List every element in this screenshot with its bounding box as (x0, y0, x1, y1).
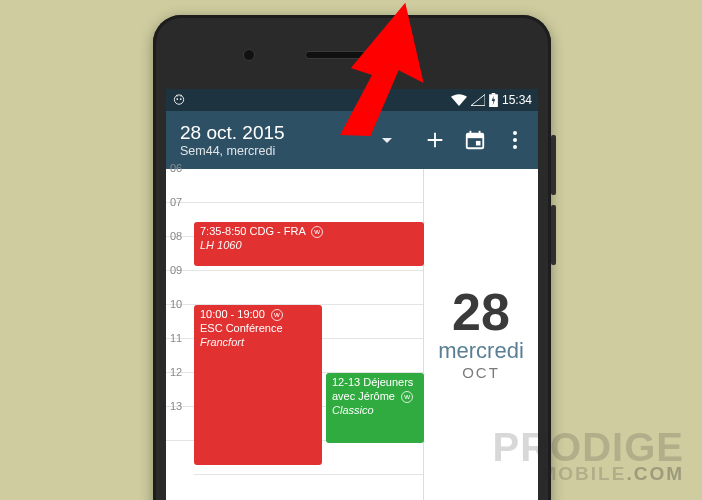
hour-label: 08 (170, 230, 182, 242)
svg-rect-9 (476, 141, 481, 146)
hour-label: 09 (170, 264, 182, 276)
event-time: 12-13 (332, 376, 360, 388)
status-time: 15:34 (502, 93, 532, 107)
svg-rect-4 (492, 93, 496, 95)
volume-up-button (551, 135, 556, 195)
svg-marker-10 (323, 2, 430, 140)
svg-point-2 (180, 98, 182, 100)
event-location: Classico (332, 404, 418, 418)
watermark: PRODIGE MOBILE.COM (493, 429, 684, 482)
sync-icon: w (311, 226, 323, 238)
event-title: ESC Conférence (200, 322, 316, 336)
hour-gutter: 0607080910111213 (166, 169, 194, 500)
calendar-event[interactable]: 12-13 Déjeuners avec Jérôme wClassico (326, 373, 424, 443)
svg-rect-6 (467, 134, 484, 139)
event-time: 10:00 - 19:00 (200, 308, 265, 320)
sync-icon: w (271, 309, 283, 321)
event-time-suffix: CDG - FRA (250, 225, 306, 237)
annotation-arrow (277, 0, 468, 175)
watermark-line2a: MOBILE (541, 463, 627, 484)
hour-label: 13 (170, 400, 182, 412)
svg-rect-8 (479, 131, 481, 136)
event-location: Francfort (200, 336, 316, 350)
event-title: LH 1060 (200, 239, 418, 253)
sync-icon: w (401, 391, 413, 403)
hour-label: 10 (170, 298, 182, 310)
watermark-line1: PRODIGE (493, 429, 684, 465)
svg-point-1 (176, 98, 178, 100)
agenda-day-number: 28 (424, 289, 538, 336)
calendar-view: 0607080910111213 7:35-8:50 CDG - FRA wLH… (166, 169, 538, 500)
svg-point-0 (174, 94, 183, 103)
overflow-menu-button[interactable] (502, 127, 528, 153)
watermark-line2b: .COM (626, 463, 684, 484)
hour-label: 12 (170, 366, 182, 378)
battery-charging-icon (489, 93, 498, 107)
front-camera (243, 49, 255, 61)
event-time: 7:35-8:50 (200, 225, 246, 237)
hour-label: 07 (170, 196, 182, 208)
cell-signal-icon (471, 94, 485, 106)
hour-label: 06 (170, 162, 182, 174)
agenda-month: OCT (424, 364, 538, 381)
owl-notification-icon (172, 92, 186, 109)
calendar-event[interactable]: 7:35-8:50 CDG - FRA wLH 1060 (194, 222, 424, 266)
hour-label: 11 (170, 332, 182, 344)
svg-rect-7 (470, 131, 472, 136)
calendar-event[interactable]: 10:00 - 19:00 wESC ConférenceFrancfort (194, 305, 322, 465)
day-column[interactable]: 7:35-8:50 CDG - FRA wLH 106010:00 - 19:0… (194, 169, 424, 500)
agenda-day-of-week: mercredi (424, 338, 538, 364)
volume-down-button (551, 205, 556, 265)
